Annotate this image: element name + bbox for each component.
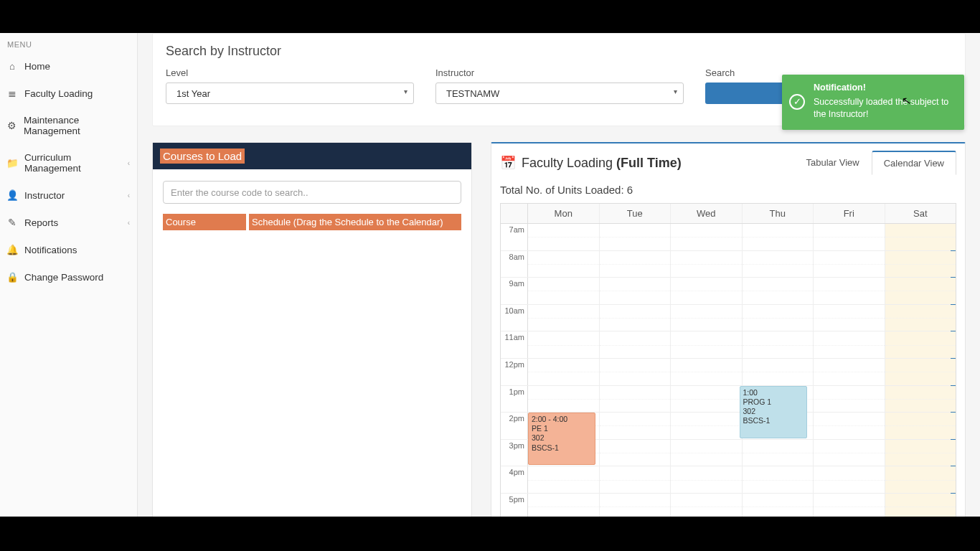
sidebar-item-change-password[interactable]: 🔒 Change Password <box>0 263 137 291</box>
calendar-cell[interactable] <box>671 466 743 493</box>
time-label: 1pm <box>501 386 528 413</box>
calendar-cell[interactable] <box>528 278 600 304</box>
calendar-cell[interactable] <box>814 413 885 439</box>
calendar-cell[interactable] <box>671 413 743 439</box>
calendar-cell[interactable] <box>885 224 956 250</box>
courses-card-header: Courses to Load <box>153 143 471 169</box>
sidebar-item-reports[interactable]: ✎ Reports ‹ <box>0 209 137 236</box>
calendar-cell[interactable] <box>743 466 814 493</box>
sidebar-item-label: Curriculum Management <box>24 152 121 174</box>
calendar-cell[interactable] <box>743 224 814 250</box>
day-header-wed: Wed <box>671 204 743 223</box>
calendar-cell[interactable] <box>814 278 885 304</box>
course-search-input[interactable] <box>163 181 461 204</box>
calendar-event[interactable]: 2:00 - 4:00PE 1302BSCS-1 <box>528 413 595 465</box>
calendar-cell[interactable] <box>885 440 956 466</box>
calendar-cell[interactable] <box>671 440 743 466</box>
day-header-thu: Thu <box>743 204 814 223</box>
instructor-label: Instructor <box>435 67 684 78</box>
home-icon: ⌂ <box>7 61 17 72</box>
calendar-cell[interactable] <box>671 305 743 331</box>
calendar-cell[interactable] <box>600 331 672 358</box>
calendar-cell[interactable] <box>814 386 885 413</box>
event-course: PE 1 <box>532 424 592 433</box>
calendar-cell[interactable] <box>600 413 672 439</box>
bell-icon: 🔔 <box>7 244 17 255</box>
calendar-cell[interactable] <box>814 251 885 278</box>
time-label: 12pm <box>501 359 528 385</box>
calendar-cell[interactable] <box>814 466 885 493</box>
calendar-cell[interactable] <box>600 305 672 331</box>
calendar-cell[interactable] <box>814 440 885 466</box>
calendar-cell[interactable] <box>885 278 956 304</box>
calendar-cell[interactable] <box>528 305 600 331</box>
calendar-cell[interactable] <box>600 466 672 493</box>
calendar-cell[interactable] <box>600 278 672 304</box>
calendar-cell[interactable] <box>671 251 743 278</box>
calendar-body[interactable]: 7am8am9am10am11am12pm1pm2pm3pm4pm5pm6pm2… <box>501 224 956 548</box>
sidebar-item-curriculum[interactable]: 📁 Curriculum Management ‹ <box>0 144 137 182</box>
calendar-cell[interactable] <box>528 224 600 250</box>
calendar-cell[interactable] <box>885 331 956 358</box>
calendar-cell[interactable] <box>814 224 885 250</box>
sidebar-item-home[interactable]: ⌂ Home <box>0 53 137 80</box>
calendar-cell[interactable] <box>528 331 600 358</box>
calendar-cell[interactable] <box>885 413 956 439</box>
calendar-cell[interactable] <box>743 278 814 304</box>
calendar-cell[interactable] <box>528 251 600 278</box>
calendar: Mon Tue Wed Thu Fri Sat 7am8am9am10am11a… <box>500 203 956 549</box>
lock-icon: 🔒 <box>7 271 17 283</box>
calendar-cell[interactable] <box>743 251 814 278</box>
tab-calendar[interactable]: Calendar View <box>872 151 956 175</box>
calendar-cell[interactable] <box>743 331 814 358</box>
calendar-cell[interactable] <box>671 386 743 413</box>
calendar-cell[interactable] <box>743 359 814 385</box>
menu-label: MENU <box>0 33 137 53</box>
calendar-cell[interactable] <box>671 278 743 304</box>
sidebar-item-label: Home <box>24 61 50 72</box>
calendar-cell[interactable] <box>600 251 672 278</box>
level-select[interactable]: 1st Year <box>166 83 414 104</box>
instructor-select[interactable]: TESTNAMW <box>435 83 684 104</box>
sidebar-item-instructor[interactable]: 👤 Instructor ‹ <box>0 182 137 209</box>
search-panel-title: Search by Instructor <box>166 44 952 59</box>
time-label: 9am <box>501 278 528 304</box>
event-course: PROG 1 <box>743 397 804 407</box>
time-label: 8am <box>501 251 528 278</box>
calendar-cell[interactable] <box>600 359 672 385</box>
sidebar-item-maintenance[interactable]: ⚙ Maintenance Management <box>0 107 137 144</box>
calendar-cell[interactable] <box>671 331 743 358</box>
sidebar-item-label: Faculty Loading <box>24 88 93 99</box>
sidebar-item-faculty-loading[interactable]: ≣ Faculty Loading <box>0 80 137 107</box>
calendar-cell[interactable] <box>885 386 956 413</box>
calendar-cell[interactable] <box>885 305 956 331</box>
calendar-event[interactable]: 1:00PROG 1302BSCS-1 <box>740 386 807 438</box>
calendar-cell[interactable] <box>885 251 956 278</box>
level-label: Level <box>166 67 414 78</box>
tab-tabular[interactable]: Tabular View <box>793 151 871 175</box>
calendar-cell[interactable] <box>600 440 672 466</box>
calendar-cell[interactable] <box>743 440 814 466</box>
sidebar-item-notifications[interactable]: 🔔 Notifications <box>0 236 137 263</box>
calendar-cell[interactable] <box>814 359 885 385</box>
calendar-cell[interactable] <box>600 224 672 250</box>
calendar-cell[interactable] <box>528 386 600 413</box>
calendar-cell[interactable] <box>528 359 600 385</box>
calendar-cell[interactable] <box>528 466 600 493</box>
day-header-tue: Tue <box>600 204 672 223</box>
calendar-cell[interactable] <box>600 386 672 413</box>
calendar-row: 12pm <box>501 359 956 386</box>
calendar-cell[interactable] <box>885 359 956 385</box>
calendar-cell[interactable] <box>885 466 956 493</box>
time-label: 3pm <box>501 440 528 466</box>
event-room: 302 <box>743 407 804 416</box>
calendar-cell[interactable] <box>671 359 743 385</box>
calendar-cell[interactable] <box>814 331 885 358</box>
calendar-cell[interactable] <box>671 224 743 250</box>
notification-toast[interactable]: ✓ Notification! Successfully loaded the … <box>782 75 964 130</box>
calendar-row: 9am <box>501 278 956 305</box>
calendar-cell[interactable] <box>814 305 885 331</box>
faculty-loading-title: 📅 Faculty Loading (Full Time) <box>500 155 682 171</box>
calendar-cell[interactable] <box>743 305 814 331</box>
title-bold: (Full Time) <box>616 156 682 170</box>
